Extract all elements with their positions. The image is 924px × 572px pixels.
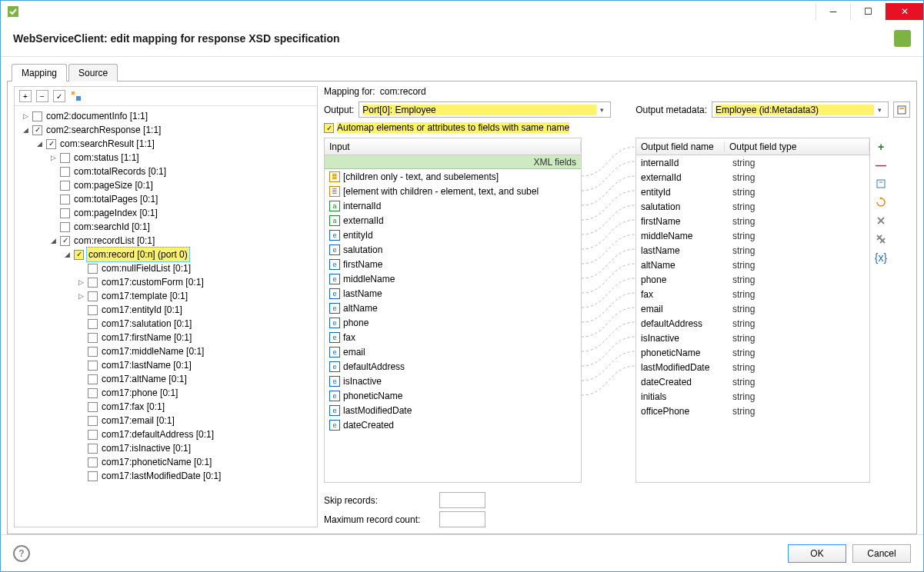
unmap-button[interactable]: [873, 213, 889, 228]
input-field-row[interactable]: ≣[element with children - element, text,…: [325, 184, 581, 198]
output-field-row[interactable]: initialsstring: [636, 389, 869, 404]
input-field-row[interactable]: eemail: [325, 344, 581, 359]
expand-icon[interactable]: ◢: [48, 234, 58, 248]
output-field-row[interactable]: phoneticNamestring: [636, 345, 869, 360]
output-field-row[interactable]: dateCreatedstring: [636, 374, 869, 389]
input-field-row[interactable]: ephoneticName: [325, 388, 581, 403]
expand-icon[interactable]: ▷: [76, 289, 85, 303]
input-field-row[interactable]: aexternalId: [325, 213, 581, 228]
tree-node[interactable]: ▷com2:documentInfo [1:1]: [15, 109, 317, 123]
input-field-row[interactable]: eisInactive: [325, 374, 581, 388]
maximize-button[interactable]: ☐: [850, 3, 885, 20]
tree-node[interactable]: com17:phone [0:1]: [15, 386, 317, 400]
remove-field-button[interactable]: —: [873, 158, 889, 173]
tree-checkbox[interactable]: [74, 250, 84, 260]
output-field-row[interactable]: externalIdstring: [636, 170, 869, 185]
tree-node[interactable]: com17:middleName [0:1]: [15, 344, 317, 358]
tree-node[interactable]: ◢com2:searchResponse [1:1]: [15, 123, 317, 137]
output-field-row[interactable]: defaultAddressstring: [636, 316, 869, 331]
output-field-row[interactable]: entityIdstring: [636, 185, 869, 199]
tree-checkbox[interactable]: [88, 374, 98, 384]
tree-node[interactable]: com17:fax [0:1]: [15, 400, 317, 414]
expand-icon[interactable]: ◢: [62, 248, 72, 261]
tree-node[interactable]: ▷com17:template [0:1]: [15, 289, 317, 303]
ok-button[interactable]: OK: [788, 544, 846, 563]
tree-checkbox[interactable]: [88, 444, 98, 454]
tree-checkbox[interactable]: [88, 333, 98, 343]
input-field-row[interactable]: ≣[children only - text, and subelements]: [325, 169, 581, 184]
tree-checkbox[interactable]: [60, 181, 70, 191]
tree-checkbox[interactable]: [88, 278, 98, 288]
output-field-row[interactable]: altNamestring: [636, 258, 869, 272]
tree-checkbox[interactable]: [88, 388, 98, 398]
input-field-row[interactable]: edateCreated: [325, 417, 581, 432]
edit-field-button[interactable]: [873, 176, 889, 191]
output-field-row[interactable]: lastModifiedDatestring: [636, 360, 869, 374]
help-button[interactable]: ?: [13, 545, 30, 562]
tree-checkbox[interactable]: [46, 139, 56, 149]
automap-checkbox[interactable]: [324, 123, 334, 133]
output-field-row[interactable]: firstNamestring: [636, 214, 869, 228]
tree-checkbox[interactable]: [88, 319, 98, 329]
tree-node[interactable]: ▷com17:customForm [0:1]: [15, 275, 317, 289]
tree-node[interactable]: ▷com:status [1:1]: [15, 151, 317, 165]
variable-button[interactable]: {x}: [873, 250, 889, 265]
tree-node[interactable]: ◢com:record [0:n] (port 0): [15, 248, 317, 261]
tree-checkbox[interactable]: [32, 125, 42, 135]
tree-checkbox[interactable]: [88, 264, 98, 274]
output-field-row[interactable]: salutationstring: [636, 199, 869, 214]
tree-checkbox[interactable]: [32, 111, 42, 121]
tab-mapping[interactable]: Mapping: [12, 64, 67, 81]
input-field-row[interactable]: ealtName: [325, 301, 581, 315]
tree-node[interactable]: com:totalRecords [0:1]: [15, 165, 317, 178]
output-field-row[interactable]: middleNamestring: [636, 228, 869, 243]
input-field-row[interactable]: elastName: [325, 286, 581, 301]
tree-node[interactable]: com:totalPages [0:1]: [15, 192, 317, 206]
output-field-row[interactable]: isInactivestring: [636, 331, 869, 345]
tree-node[interactable]: com:nullFieldList [0:1]: [15, 261, 317, 275]
tree-checkbox[interactable]: [88, 471, 98, 481]
tree-node[interactable]: com17:email [0:1]: [15, 414, 317, 427]
tree-node[interactable]: com17:defaultAddress [0:1]: [15, 427, 317, 441]
collapse-all-button[interactable]: −: [36, 90, 48, 102]
expand-icon[interactable]: ▷: [21, 109, 30, 123]
tree-node[interactable]: com:searchId [0:1]: [15, 220, 317, 234]
close-button[interactable]: ✕: [885, 3, 923, 20]
output-port-combo[interactable]: Port[0]: Employee ▾: [359, 101, 611, 118]
output-field-row[interactable]: phonestring: [636, 272, 869, 287]
tree-checkbox[interactable]: [60, 153, 70, 163]
input-field-row[interactable]: eentityId: [325, 228, 581, 242]
minimize-button[interactable]: ─: [816, 3, 850, 20]
tree-checkbox[interactable]: [60, 236, 70, 246]
input-field-row[interactable]: efax: [325, 330, 581, 344]
output-field-row[interactable]: lastNamestring: [636, 243, 869, 258]
tree-node[interactable]: com17:lastName [0:1]: [15, 358, 317, 372]
input-field-row[interactable]: ainternalId: [325, 198, 581, 213]
tree-checkbox[interactable]: [88, 347, 98, 357]
unmap-all-button[interactable]: [873, 231, 889, 247]
output-field-row[interactable]: internalIdstring: [636, 155, 869, 170]
tree-checkbox[interactable]: [60, 195, 70, 205]
max-record-input[interactable]: [439, 511, 485, 527]
tree-checkbox[interactable]: [88, 361, 98, 371]
tree-checkbox[interactable]: [88, 457, 98, 467]
expand-icon[interactable]: ◢: [21, 123, 30, 137]
tab-source[interactable]: Source: [68, 64, 118, 81]
tree-checkbox[interactable]: [88, 402, 98, 412]
xsd-tree[interactable]: ▷com2:documentInfo [1:1]◢com2:searchResp…: [15, 106, 317, 527]
expand-all-button[interactable]: +: [19, 90, 32, 102]
output-field-row[interactable]: officePhonestring: [636, 404, 869, 418]
tree-checkbox[interactable]: [88, 416, 98, 426]
tree-node[interactable]: ◢com:recordList [0:1]: [15, 234, 317, 248]
tree-checkbox[interactable]: [60, 167, 70, 177]
input-field-row[interactable]: elastModifiedDate: [325, 403, 581, 417]
expand-icon[interactable]: ▷: [48, 151, 58, 165]
check-all-button[interactable]: ✓: [53, 90, 65, 102]
tree-checkbox[interactable]: [88, 430, 98, 440]
expand-icon[interactable]: ▷: [76, 275, 85, 289]
tree-options-icon[interactable]: [70, 90, 82, 102]
output-metadata-combo[interactable]: Employee (id:Metadata3) ▾: [712, 101, 889, 118]
output-fields-list[interactable]: internalIdstringexternalIdstringentityId…: [636, 155, 869, 482]
input-field-row[interactable]: emiddleName: [325, 271, 581, 286]
edit-metadata-button[interactable]: [893, 101, 910, 118]
